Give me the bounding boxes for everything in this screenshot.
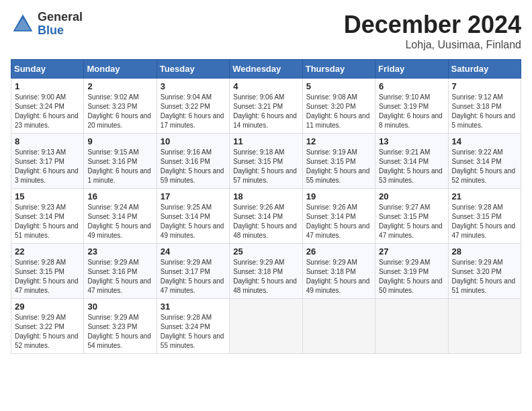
calendar-cell: 26Sunrise: 9:29 AMSunset: 3:18 PMDayligh… [302, 244, 375, 299]
day-info: Sunrise: 9:16 AMSunset: 3:16 PMDaylight:… [161, 148, 226, 185]
day-number: 25 [233, 246, 298, 257]
day-number: 28 [452, 246, 517, 257]
day-number: 10 [161, 136, 226, 146]
calendar-cell: 4Sunrise: 9:06 AMSunset: 3:21 PMDaylight… [230, 79, 302, 134]
day-number: 14 [452, 136, 517, 146]
day-number: 26 [306, 246, 371, 257]
day-info: Sunrise: 9:06 AMSunset: 3:21 PMDaylight:… [233, 93, 298, 130]
calendar-day-header: Sunday [11, 60, 84, 79]
day-number: 19 [306, 191, 371, 201]
calendar-cell: 18Sunrise: 9:26 AMSunset: 3:14 PMDayligh… [230, 189, 302, 244]
day-number: 2 [87, 81, 152, 91]
day-number: 29 [15, 302, 80, 312]
calendar-cell: 6Sunrise: 9:10 AMSunset: 3:19 PMDaylight… [375, 79, 448, 134]
day-info: Sunrise: 9:08 AMSunset: 3:20 PMDaylight:… [306, 93, 371, 130]
day-info: Sunrise: 9:29 AMSunset: 3:17 PMDaylight:… [161, 258, 226, 295]
calendar-cell: 2Sunrise: 9:02 AMSunset: 3:23 PMDaylight… [84, 79, 157, 134]
day-info: Sunrise: 9:21 AMSunset: 3:14 PMDaylight:… [379, 148, 444, 185]
day-number: 21 [452, 191, 517, 201]
logo-icon [11, 12, 35, 36]
day-number: 1 [15, 81, 80, 91]
calendar-cell [302, 299, 375, 354]
day-info: Sunrise: 9:28 AMSunset: 3:24 PMDaylight:… [161, 313, 226, 351]
calendar-week-row: 8Sunrise: 9:13 AMSunset: 3:17 PMDaylight… [11, 134, 521, 189]
calendar-day-header: Saturday [448, 60, 521, 79]
day-number: 12 [306, 136, 371, 146]
day-number: 22 [15, 246, 80, 257]
day-number: 5 [306, 81, 371, 91]
day-info: Sunrise: 9:29 AMSunset: 3:18 PMDaylight:… [233, 258, 298, 295]
day-info: Sunrise: 9:29 AMSunset: 3:22 PMDaylight:… [15, 313, 80, 351]
day-info: Sunrise: 9:12 AMSunset: 3:18 PMDaylight:… [452, 93, 517, 130]
calendar-day-header: Thursday [302, 60, 375, 79]
day-number: 13 [379, 136, 444, 146]
calendar-cell: 30Sunrise: 9:29 AMSunset: 3:23 PMDayligh… [84, 299, 157, 354]
day-info: Sunrise: 9:18 AMSunset: 3:15 PMDaylight:… [233, 148, 298, 185]
calendar-day-header: Monday [84, 60, 157, 79]
day-number: 8 [15, 136, 80, 146]
day-info: Sunrise: 9:02 AMSunset: 3:23 PMDaylight:… [87, 93, 152, 130]
calendar-cell: 25Sunrise: 9:29 AMSunset: 3:18 PMDayligh… [230, 244, 302, 299]
day-info: Sunrise: 9:25 AMSunset: 3:14 PMDaylight:… [161, 203, 226, 240]
day-number: 3 [161, 81, 226, 91]
calendar-cell: 16Sunrise: 9:24 AMSunset: 3:14 PMDayligh… [84, 189, 157, 244]
calendar-week-row: 15Sunrise: 9:23 AMSunset: 3:14 PMDayligh… [11, 189, 521, 244]
logo: General Blue [11, 11, 83, 38]
calendar-cell: 8Sunrise: 9:13 AMSunset: 3:17 PMDaylight… [11, 134, 84, 189]
day-number: 16 [87, 191, 152, 201]
calendar-table: SundayMondayTuesdayWednesdayThursdayFrid… [11, 59, 521, 354]
day-info: Sunrise: 9:27 AMSunset: 3:15 PMDaylight:… [379, 203, 444, 240]
calendar-header-row: SundayMondayTuesdayWednesdayThursdayFrid… [11, 60, 521, 79]
calendar-cell: 31Sunrise: 9:28 AMSunset: 3:24 PMDayligh… [157, 299, 229, 354]
day-number: 4 [233, 81, 298, 91]
day-number: 6 [379, 81, 444, 91]
page-header: General Blue December 2024 Lohja, Uusima… [11, 11, 521, 51]
calendar-cell: 5Sunrise: 9:08 AMSunset: 3:20 PMDaylight… [302, 79, 375, 134]
day-info: Sunrise: 9:23 AMSunset: 3:14 PMDaylight:… [15, 203, 80, 240]
day-info: Sunrise: 9:00 AMSunset: 3:24 PMDaylight:… [15, 93, 80, 130]
logo-general: General [38, 11, 83, 24]
day-number: 20 [379, 191, 444, 201]
day-info: Sunrise: 9:28 AMSunset: 3:15 PMDaylight:… [452, 203, 517, 240]
day-number: 7 [452, 81, 517, 91]
day-info: Sunrise: 9:28 AMSunset: 3:15 PMDaylight:… [15, 258, 80, 295]
day-number: 9 [87, 136, 152, 146]
calendar-cell: 9Sunrise: 9:15 AMSunset: 3:16 PMDaylight… [84, 134, 157, 189]
day-info: Sunrise: 9:10 AMSunset: 3:19 PMDaylight:… [379, 93, 444, 130]
location: Lohja, Uusimaa, Finland [344, 39, 521, 51]
day-info: Sunrise: 9:26 AMSunset: 3:14 PMDaylight:… [306, 203, 371, 240]
day-info: Sunrise: 9:04 AMSunset: 3:22 PMDaylight:… [161, 93, 226, 130]
calendar-cell: 7Sunrise: 9:12 AMSunset: 3:18 PMDaylight… [448, 79, 521, 134]
calendar-cell: 15Sunrise: 9:23 AMSunset: 3:14 PMDayligh… [11, 189, 84, 244]
day-info: Sunrise: 9:24 AMSunset: 3:14 PMDaylight:… [87, 203, 152, 240]
day-number: 30 [87, 302, 152, 312]
day-info: Sunrise: 9:29 AMSunset: 3:23 PMDaylight:… [87, 313, 152, 351]
calendar-cell: 3Sunrise: 9:04 AMSunset: 3:22 PMDaylight… [157, 79, 229, 134]
calendar-cell [448, 299, 521, 354]
day-info: Sunrise: 9:19 AMSunset: 3:15 PMDaylight:… [306, 148, 371, 185]
calendar-cell: 20Sunrise: 9:27 AMSunset: 3:15 PMDayligh… [375, 189, 448, 244]
day-number: 23 [87, 246, 152, 257]
calendar-cell: 13Sunrise: 9:21 AMSunset: 3:14 PMDayligh… [375, 134, 448, 189]
calendar-cell: 21Sunrise: 9:28 AMSunset: 3:15 PMDayligh… [448, 189, 521, 244]
day-info: Sunrise: 9:13 AMSunset: 3:17 PMDaylight:… [15, 148, 80, 185]
calendar-cell: 1Sunrise: 9:00 AMSunset: 3:24 PMDaylight… [11, 79, 84, 134]
month-title: December 2024 [344, 11, 521, 39]
day-number: 24 [161, 246, 226, 257]
calendar-cell: 11Sunrise: 9:18 AMSunset: 3:15 PMDayligh… [230, 134, 302, 189]
day-info: Sunrise: 9:15 AMSunset: 3:16 PMDaylight:… [87, 148, 152, 185]
day-number: 11 [233, 136, 298, 146]
calendar-cell [230, 299, 302, 354]
calendar-cell: 19Sunrise: 9:26 AMSunset: 3:14 PMDayligh… [302, 189, 375, 244]
calendar-cell: 29Sunrise: 9:29 AMSunset: 3:22 PMDayligh… [11, 299, 84, 354]
day-number: 18 [233, 191, 298, 201]
day-info: Sunrise: 9:22 AMSunset: 3:14 PMDaylight:… [452, 148, 517, 185]
day-info: Sunrise: 9:29 AMSunset: 3:18 PMDaylight:… [306, 258, 371, 295]
day-info: Sunrise: 9:29 AMSunset: 3:20 PMDaylight:… [452, 258, 517, 295]
calendar-cell: 12Sunrise: 9:19 AMSunset: 3:15 PMDayligh… [302, 134, 375, 189]
calendar-cell: 27Sunrise: 9:29 AMSunset: 3:19 PMDayligh… [375, 244, 448, 299]
calendar-cell: 22Sunrise: 9:28 AMSunset: 3:15 PMDayligh… [11, 244, 84, 299]
day-number: 27 [379, 246, 444, 257]
calendar-cell: 17Sunrise: 9:25 AMSunset: 3:14 PMDayligh… [157, 189, 229, 244]
title-block: December 2024 Lohja, Uusimaa, Finland [344, 11, 521, 51]
